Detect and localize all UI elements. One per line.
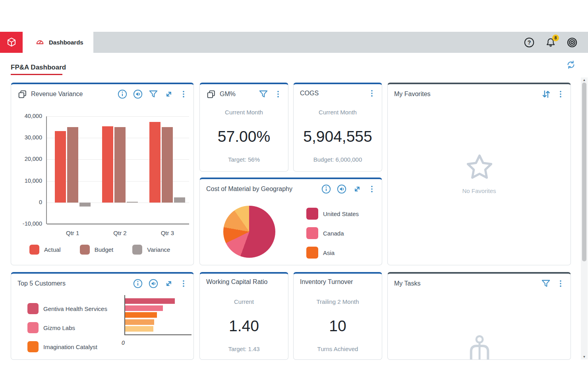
refresh-icon[interactable] xyxy=(566,60,576,70)
target-rings-icon[interactable] xyxy=(567,37,578,48)
empty-state-text: No Favorites xyxy=(388,187,571,194)
legend-item[interactable]: Imagination Catalyst xyxy=(27,341,107,352)
bar-budget-qtr1[interactable] xyxy=(67,127,78,203)
bar-imagination-catalyst[interactable] xyxy=(125,312,157,318)
legend-swatch xyxy=(27,303,39,314)
help-icon[interactable] xyxy=(524,37,535,48)
legend-item[interactable]: Budget xyxy=(80,245,114,255)
kebab-menu-icon[interactable] xyxy=(179,279,188,288)
kebab-menu-icon[interactable] xyxy=(556,90,565,98)
info-icon[interactable] xyxy=(133,278,143,289)
bar-gentiva-health-services[interactable] xyxy=(125,298,175,304)
bar-actual-qtr2[interactable] xyxy=(102,126,113,203)
legend-label: Actual xyxy=(44,246,61,253)
kebab-menu-icon[interactable] xyxy=(179,90,188,98)
chart-legend: Gentiva Health ServicesGizmo LabsImagina… xyxy=(27,303,107,352)
filter-icon[interactable] xyxy=(541,278,551,289)
kebab-menu-icon[interactable] xyxy=(274,90,282,98)
kebab-menu-icon[interactable] xyxy=(556,279,565,288)
card-title: Working Capital Ratio xyxy=(206,278,267,286)
revenue-variance-chart[interactable]: Qtr 1Qtr 2Qtr 3 xyxy=(46,116,189,224)
audio-icon[interactable] xyxy=(133,89,143,99)
card-title: Inventory Turnover xyxy=(300,278,353,286)
gridline xyxy=(47,203,189,203)
y-axis-tick: -10,000 xyxy=(23,220,42,227)
copy-icon xyxy=(17,89,27,99)
top-navigation-bar: Dashboards 8 xyxy=(0,32,588,53)
legend-item[interactable]: Gizmo Labs xyxy=(27,322,107,333)
legend-swatch xyxy=(80,245,90,255)
chart-legend: United StatesCanadaAsia xyxy=(306,208,359,259)
card-cogs: COGS Current Month 5,904,555 Budget: 6,0… xyxy=(293,83,382,172)
kebab-menu-icon[interactable] xyxy=(368,185,376,193)
y-axis-tick: 10,000 xyxy=(25,178,42,184)
legend-item[interactable]: Variance xyxy=(132,245,170,255)
bar-rank-4[interactable] xyxy=(125,319,154,325)
expand-icon[interactable] xyxy=(164,278,174,289)
bar-actual-qtr3[interactable] xyxy=(149,122,161,203)
legend-label: United States xyxy=(323,210,359,217)
info-icon[interactable] xyxy=(117,89,128,99)
notification-badge: 8 xyxy=(552,35,559,41)
bar-rank-5[interactable] xyxy=(125,326,153,332)
legend-item[interactable]: Asia xyxy=(306,247,359,259)
card-title: My Favorites xyxy=(394,91,431,98)
legend-label: Variance xyxy=(147,246,170,253)
scroll-down-arrow[interactable]: ▼ xyxy=(581,354,588,359)
bar-variance-qtr3[interactable] xyxy=(174,197,185,203)
bar-actual-qtr1[interactable] xyxy=(55,131,66,203)
legend-swatch xyxy=(132,245,142,255)
expand-icon[interactable] xyxy=(352,184,362,194)
y-axis-tick: 0 xyxy=(39,199,42,205)
bar-budget-qtr2[interactable] xyxy=(114,127,126,203)
y-axis: 40,00030,00020,00010,0000-10,000 xyxy=(11,116,44,224)
legend-label: Imagination Catalyst xyxy=(43,344,97,350)
y-axis-tick: 20,000 xyxy=(25,156,42,162)
dashboard-gauge-icon xyxy=(35,37,45,47)
chart-legend: ActualBudgetVariance xyxy=(29,245,170,255)
kpi-target: Turns Achieved xyxy=(294,346,382,352)
scrollbar-thumb[interactable] xyxy=(582,83,586,261)
star-icon xyxy=(465,153,494,182)
filter-icon[interactable] xyxy=(258,89,269,99)
scroll-up-arrow[interactable]: ▲ xyxy=(581,77,588,83)
bar-budget-qtr3[interactable] xyxy=(162,127,173,203)
y-axis-tick: 40,000 xyxy=(25,113,42,119)
bar-variance-qtr2[interactable] xyxy=(127,202,138,203)
legend-item[interactable]: Canada xyxy=(306,227,359,239)
legend-swatch xyxy=(306,208,318,220)
card-cost-of-material: Cost of Material by Geography United Sta… xyxy=(199,178,382,265)
legend-swatch xyxy=(27,322,39,333)
x-axis-tick: Qtr 1 xyxy=(55,230,91,236)
gridline xyxy=(47,116,189,117)
page-title: FP&A Dashboard xyxy=(11,64,66,71)
tab-dashboards[interactable]: Dashboards xyxy=(23,32,93,53)
pie-chart[interactable] xyxy=(223,206,275,258)
legend-item[interactable]: Actual xyxy=(29,245,61,255)
audio-icon[interactable] xyxy=(148,278,159,289)
x-axis-label: 0 xyxy=(122,340,125,346)
kpi-target: Target: 56% xyxy=(200,156,288,163)
notifications-bell[interactable]: 8 xyxy=(545,37,556,48)
bar-variance-qtr1[interactable] xyxy=(79,203,91,207)
audio-icon[interactable] xyxy=(337,184,347,194)
person-icon xyxy=(468,334,491,360)
card-title: My Tasks xyxy=(394,280,420,287)
legend-item[interactable]: Gentiva Health Services xyxy=(27,303,107,314)
info-icon[interactable] xyxy=(321,184,331,194)
card-inventory-turnover: Inventory Turnover Trailing 2 Month 10 T… xyxy=(293,272,382,360)
legend-item[interactable]: United States xyxy=(306,208,359,220)
legend-swatch xyxy=(29,245,39,255)
topbar-background: 8 xyxy=(93,32,588,53)
sort-icon[interactable] xyxy=(541,89,551,99)
filter-icon[interactable] xyxy=(148,89,159,99)
kpi-value: 1.40 xyxy=(200,317,288,335)
vertical-scrollbar[interactable]: ▲ ▼ xyxy=(581,77,588,359)
expand-icon[interactable] xyxy=(164,89,174,99)
top5-bar-chart[interactable] xyxy=(124,295,191,335)
kebab-menu-icon[interactable] xyxy=(368,89,376,98)
kpi-period: Current Month xyxy=(294,109,382,116)
y-axis-tick: 30,000 xyxy=(25,134,42,141)
legend-label: Canada xyxy=(323,230,344,237)
bar-gizmo-labs[interactable] xyxy=(125,305,163,311)
